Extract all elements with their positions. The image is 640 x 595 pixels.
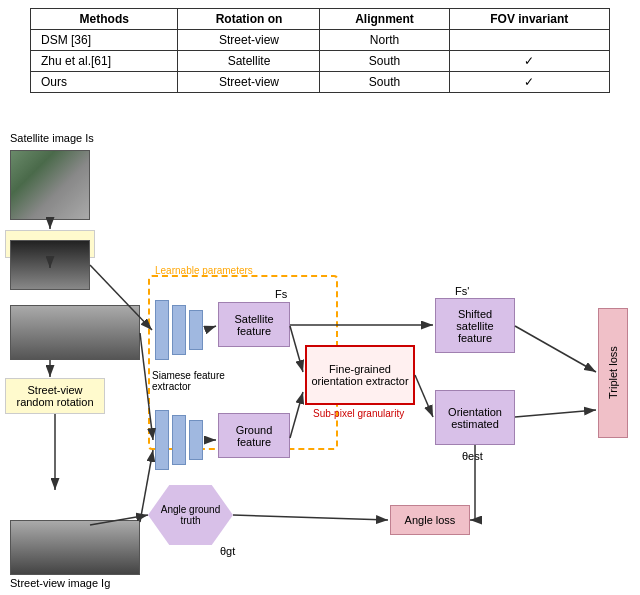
col-fov: FOV invariant [449,9,609,30]
col-methods: Methods [31,9,178,30]
cell-method-1: DSM [36] [31,30,178,51]
orientation-estimated-box: Orientation estimated [435,390,515,445]
learnable-params-label: Learnable parameters [155,265,253,276]
shifted-satellite-box: Shifted satellite feature [435,298,515,353]
comparison-table: Methods Rotation on Alignment FOV invari… [30,8,610,93]
streetview-image-label: Street-view image Ig [10,577,110,589]
svg-line-15 [515,326,596,372]
theta-gt-label: θgt [220,545,235,557]
table-row: DSM [36] Street-view North [31,30,610,51]
table-row: Zhu et al.[61] Satellite South ✓ [31,51,610,72]
cell-fov-3: ✓ [449,72,609,93]
street-image-1 [10,305,140,360]
satellite-feature-box: Satellite feature [218,302,290,347]
col-rotation: Rotation on [178,9,320,30]
fs-label: Fs [275,288,287,300]
siamese-label: Siamese featureextractor [152,370,225,392]
cell-method-2: Zhu et al.[61] [31,51,178,72]
street-image-2 [10,520,140,575]
polar-image [10,240,90,290]
col-alignment: Alignment [320,9,449,30]
fine-grained-box: Fine-grained orientation extractor [305,345,415,405]
cell-alignment-3: South [320,72,449,93]
street-rotation-box: Street-view random rotation [5,378,105,414]
satellite-image [10,150,90,220]
cell-method-3: Ours [31,72,178,93]
angle-ground-truth-label: Angle ground truth [148,485,233,545]
svg-line-12 [415,375,433,417]
fs-prime-label: Fs' [455,285,469,297]
cell-rotation-3: Street-view [178,72,320,93]
table-row: Ours Street-view South ✓ [31,72,610,93]
angle-ground-truth-hex: Angle ground truth [148,485,233,545]
ground-feature-box: Ground feature [218,413,290,458]
sub-pixel-label: Sub-pixel granularity [313,408,404,419]
svg-line-19 [233,515,388,520]
cell-alignment-1: North [320,30,449,51]
theta-est-label: θest [462,450,483,462]
cell-fov-2: ✓ [449,51,609,72]
cell-fov-1 [449,30,609,51]
architecture-diagram: Satellite image Is Polar transform Stree… [0,130,640,570]
satellite-image-label: Satellite image Is [10,132,94,144]
cell-rotation-2: Satellite [178,51,320,72]
cell-alignment-2: South [320,51,449,72]
cell-rotation-1: Street-view [178,30,320,51]
angle-loss-box: Angle loss [390,505,470,535]
triplet-loss-box: Triplet loss [598,308,628,438]
svg-line-16 [515,410,596,417]
